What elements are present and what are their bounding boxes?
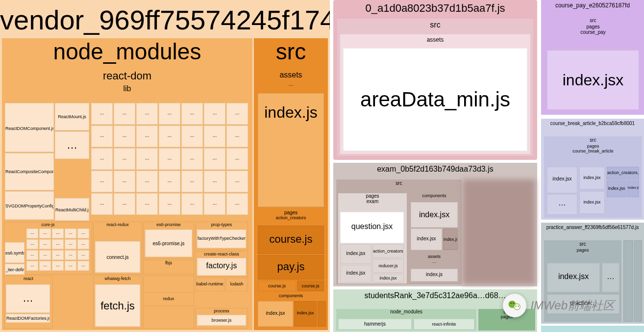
file-reactdom-misc[interactable]: ···: [136, 171, 158, 192]
file-corejs-misc[interactable]: ···: [77, 261, 89, 271]
file-corejs-misc[interactable]: ···: [26, 239, 38, 249]
file-corejs-misc[interactable]: ···: [52, 261, 64, 271]
file-exam-index3[interactable]: index.jsx: [372, 274, 404, 282]
file-pay-js[interactable]: pay.js: [258, 255, 324, 280]
file-reactdom-misc[interactable]: ···: [226, 103, 248, 125]
file-reactdom-misc[interactable]: ···: [114, 171, 135, 192]
file-corejs-misc[interactable]: ···: [65, 229, 76, 238]
file-reactmount[interactable]: ReactMount.js: [55, 103, 89, 130]
file-reactdom-misc[interactable]: ···: [136, 126, 158, 147]
file-corejs-misc[interactable]: ···: [65, 239, 76, 249]
file-composite[interactable]: ReactCompositeComponent.js: [5, 153, 54, 190]
file-reactdom-misc[interactable]: ···: [114, 126, 135, 147]
file-es6-promise[interactable]: es6-promise.js: [145, 230, 192, 257]
bundle-extra[interactable]: [541, 326, 644, 332]
file-cb-index3[interactable]: index.jsx: [579, 191, 605, 214]
file-exam-ac[interactable]: action_creators.js: [372, 244, 404, 258]
file-reactdom-misc[interactable]: ···: [181, 103, 203, 125]
file-reactdom-misc[interactable]: ···: [204, 126, 225, 147]
file-corejs-misc[interactable]: ···: [26, 229, 38, 238]
file-svgdom[interactable]: SVGDOMPropertyConfig.js: [5, 191, 54, 220]
file-vendor-comp-dots[interactable]: [318, 301, 326, 327]
file-reactdom-misc[interactable]: ···: [91, 193, 113, 215]
pkg-babel-runtime[interactable]: babel-runtime: [195, 278, 224, 291]
file-reactdom-misc[interactable]: ···: [204, 103, 225, 125]
file-vendor-assets-index[interactable]: index.js: [258, 93, 324, 207]
file-corejs-misc[interactable]: ···: [52, 250, 64, 260]
file-corejs-misc[interactable]: ···: [77, 239, 89, 249]
file-reactdom-misc[interactable]: ···: [91, 148, 113, 170]
file-reactdom-misc[interactable]: ···: [181, 148, 203, 170]
file-corejs-misc[interactable]: ···: [65, 250, 76, 260]
file-exam-reducer[interactable]: reducer.js: [372, 259, 404, 273]
file-cb-index5[interactable]: index.jsx: [627, 180, 639, 197]
file-corejs-misc[interactable]: ···: [39, 250, 51, 260]
file-reactdom-misc[interactable]: ···: [114, 193, 135, 215]
pkg-redux[interactable]: redux: [143, 292, 194, 306]
pkg-hammer[interactable]: hammerjs: [338, 319, 412, 330]
file-corejs-misc[interactable]: ···: [77, 229, 89, 238]
file-reactdom-misc[interactable]: ···: [114, 148, 135, 170]
file-reactdom-misc[interactable]: ···: [91, 103, 113, 125]
file-reactdomfactories[interactable]: ReactDOMFactories.js: [6, 314, 50, 323]
file-corejs-misc[interactable]: ···: [26, 250, 38, 260]
pkg-lodash[interactable]: lodash: [225, 278, 248, 291]
file-vendor-comp-index2[interactable]: index.jsx: [294, 301, 317, 327]
file-exam-index2[interactable]: index.jsx: [340, 265, 372, 282]
file-corejs-misc[interactable]: ···: [77, 250, 89, 260]
file-cp-index[interactable]: index.jsx: [547, 50, 639, 110]
file-course-js[interactable]: course.js: [258, 226, 324, 254]
pr-side1[interactable]: [623, 240, 633, 322]
file-reactdom-misc[interactable]: ···: [181, 193, 203, 215]
file-cb-index4[interactable]: index.jsx: [607, 180, 626, 197]
file-exam-comp-index1[interactable]: index.jsx: [411, 202, 458, 228]
file-factory[interactable]: factory.js: [197, 258, 246, 276]
file-exam-assets-index[interactable]: index.js: [411, 269, 458, 281]
file-corejs-misc[interactable]: ···: [65, 261, 76, 271]
file-reactdom-misc[interactable]: ···: [159, 193, 180, 215]
pkg-react-infinite[interactable]: react-infinite: [414, 319, 474, 330]
file-reactdom-misc[interactable]: ···: [226, 193, 248, 215]
file-es6symbol[interactable]: es6.symbol.js: [5, 242, 25, 263]
file-multichild[interactable]: ReactMultiChild.js: [55, 198, 89, 221]
file-iterdefine[interactable]: _iter-define.js: [5, 264, 25, 275]
file-corejs-misc[interactable]: ···: [39, 261, 51, 271]
file-reactdom-misc[interactable]: ···: [91, 126, 113, 147]
file-vendor-comp-index1[interactable]: index.jsx: [258, 301, 293, 327]
file-reactdom-misc[interactable]: ···: [204, 193, 225, 215]
file-reactdom-misc[interactable]: ···: [226, 126, 248, 147]
file-reactdomcomponent[interactable]: ReactDOMComponent.js: [5, 103, 54, 152]
file-cb-ac[interactable]: action_creators.js: [607, 167, 639, 179]
file-cb-index2[interactable]: index.jsx: [579, 167, 605, 189]
file-reactdom-misc[interactable]: ···: [114, 103, 135, 125]
file-course-js-3[interactable]: course.js: [297, 281, 324, 291]
file-corejs-misc[interactable]: ···: [26, 261, 38, 271]
file-areadata[interactable]: areaData_min.js: [343, 48, 527, 151]
file-fetch[interactable]: fetch.js: [95, 284, 140, 327]
file-cb-index1[interactable]: index.jsx: [547, 167, 577, 193]
file-reactdom-misc[interactable]: ···: [181, 126, 203, 147]
file-connect[interactable]: connect.js: [95, 241, 140, 273]
pkg-fbjs[interactable]: fbjs: [143, 260, 194, 275]
file-exam-comp-index2[interactable]: index.jsx: [411, 229, 442, 250]
file-exam-index1[interactable]: index.jsx: [340, 244, 372, 264]
file-reactdom-misc[interactable]: ···: [226, 171, 248, 192]
file-reactdom-misc[interactable]: ···: [136, 148, 158, 170]
file-cb-dots[interactable]: …: [547, 194, 577, 215]
file-reactdom-misc[interactable]: ···: [91, 171, 113, 192]
file-react-dots[interactable]: …: [6, 284, 50, 313]
file-pr-index[interactable]: index.jsx: [547, 263, 600, 292]
file-reactdom-misc[interactable]: ···: [226, 148, 248, 170]
file-corejs-misc[interactable]: ···: [52, 239, 64, 249]
file-exam-comp-index3[interactable]: index.jsx: [443, 229, 458, 250]
pr-side2[interactable]: [634, 240, 642, 322]
file-reactdom-misc[interactable]: ···: [159, 126, 180, 147]
file-course-js-2[interactable]: course.js: [258, 281, 296, 291]
file-browser[interactable]: browser.js: [197, 315, 246, 326]
file-reactdom-misc[interactable]: ···: [159, 148, 180, 170]
file-reactdom-misc[interactable]: ···: [136, 103, 158, 125]
file-corejs-misc[interactable]: ···: [52, 229, 64, 238]
file-reactdom-misc[interactable]: ···: [159, 171, 180, 192]
file-pr-dots[interactable]: …: [602, 263, 619, 292]
file-reactdom-misc[interactable]: ···: [204, 171, 225, 192]
